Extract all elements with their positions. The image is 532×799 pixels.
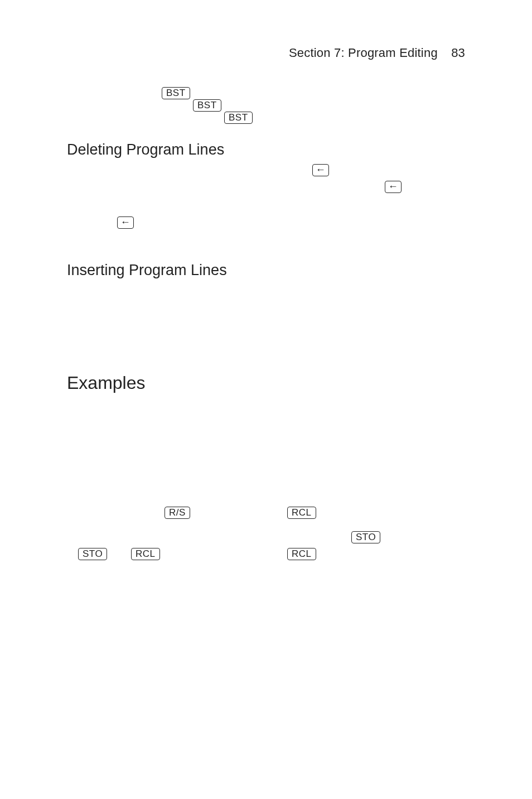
bst-key-icon: BST [162, 87, 190, 99]
back-key-line-1: ← [67, 164, 465, 181]
rcl-key-icon: RCL [131, 548, 160, 560]
example-key-line-3: STO RCL RCL [67, 548, 465, 565]
page-number: 83 [451, 45, 465, 61]
rcl-key-icon: RCL [287, 548, 316, 560]
spacer [67, 401, 465, 507]
heading-deleting: Deleting Program Lines [67, 139, 465, 160]
back-arrow-key-icon: ← [385, 181, 402, 193]
running-header: Section 7: Program Editing 83 [67, 45, 465, 61]
bst-key-icon: BST [224, 112, 253, 124]
back-key-line-3: ← [67, 216, 465, 233]
bst-row-1: BST [162, 87, 465, 99]
spacer [67, 285, 465, 352]
bst-row-3: BST [224, 112, 465, 124]
rcl-key-icon: RCL [287, 507, 316, 519]
spacer [67, 523, 465, 531]
sto-key-icon: STO [78, 548, 107, 560]
spacer [67, 198, 465, 216]
back-arrow-key-icon: ← [117, 216, 134, 229]
bst-staircase: BST BST BST [162, 87, 465, 124]
bst-row-2: BST [193, 99, 465, 112]
heading-examples: Examples [67, 371, 465, 395]
example-key-line-1: R/S RCL [67, 507, 465, 523]
bst-key-icon: BST [193, 99, 221, 112]
back-arrow-key-icon: ← [312, 164, 329, 176]
spacer [67, 233, 465, 244]
back-key-line-2: ← [67, 181, 465, 198]
run-stop-key-icon: R/S [165, 507, 190, 519]
page: Section 7: Program Editing 83 BST BST BS… [0, 0, 532, 799]
example-key-line-2: STO [67, 531, 465, 548]
sto-key-icon: STO [351, 531, 380, 543]
section-label: Section 7: Program Editing [289, 46, 438, 60]
heading-inserting: Inserting Program Lines [67, 260, 465, 280]
